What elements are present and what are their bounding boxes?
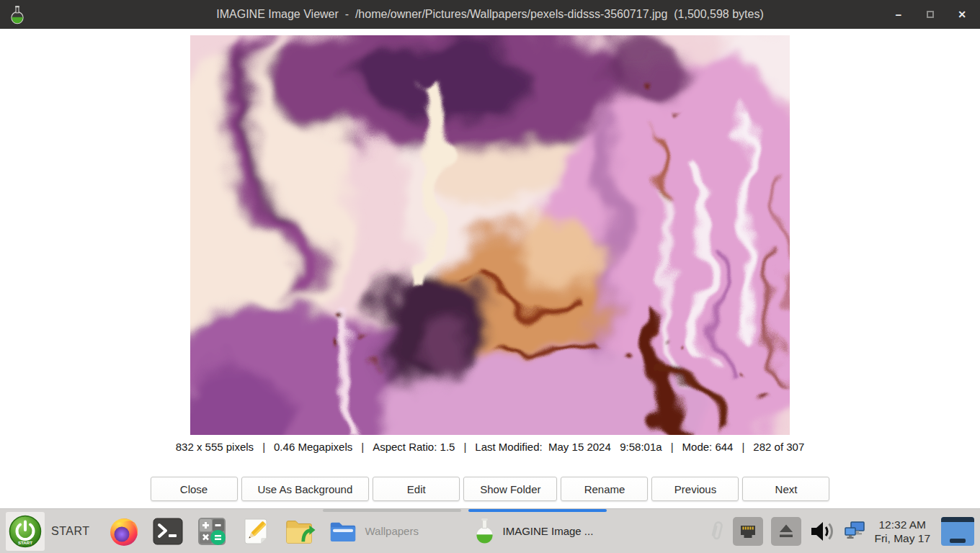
firefox-launcher[interactable] [108, 516, 140, 547]
terminal-launcher[interactable] [152, 516, 184, 547]
use-as-background-button[interactable]: Use As Background [241, 477, 370, 501]
action-button-row: Close Use As Background Edit Show Folder… [151, 477, 830, 501]
maximize-button[interactable] [922, 6, 938, 23]
meta-separator: | [671, 441, 674, 453]
task-list: Wallpapers IMAGINE Image ... [321, 509, 608, 553]
network-computers-icon[interactable] [843, 521, 866, 542]
previous-button[interactable]: Previous [651, 477, 739, 501]
meta-mode: Mode: 644 [682, 441, 734, 453]
clock-time: 12:32 AM [874, 518, 930, 531]
eject-button[interactable] [771, 517, 801, 546]
taskbar: START START [0, 508, 980, 553]
meta-position-count: 282 of 307 [753, 441, 804, 453]
clock[interactable]: 12:32 AM Fri, May 17 [874, 518, 930, 545]
network-port-button[interactable] [733, 517, 763, 546]
firefox-icon [108, 516, 140, 547]
meta-aspect-ratio: Aspect Ratio: 1.5 [373, 441, 455, 453]
text-editor-launcher[interactable] [240, 516, 272, 547]
show-desktop-button[interactable] [941, 517, 974, 546]
wallpaper-image [190, 35, 790, 435]
start-label: START [51, 525, 89, 538]
meta-dimensions: 832 x 555 pixels [176, 441, 254, 453]
desktop-icon-dock-bar [950, 539, 966, 543]
meta-separator: | [361, 441, 364, 453]
folder-green-arrow-icon [284, 516, 316, 547]
meta-separator: | [262, 441, 265, 453]
paperclip-icon[interactable] [709, 518, 725, 544]
task-label: Wallpapers [365, 525, 418, 537]
viewer-content: 832 x 555 pixels | 0.46 Megapixels | Asp… [0, 29, 980, 508]
active-task-indicator [468, 509, 607, 512]
system-tray: 12:32 AM Fri, May 17 [709, 517, 974, 546]
flask-icon [474, 517, 495, 545]
show-folder-button[interactable]: Show Folder [463, 477, 557, 501]
minimize-button[interactable]: − [891, 6, 906, 23]
eject-icon [775, 521, 797, 542]
start-button[interactable]: START START [6, 512, 89, 551]
titlebar[interactable]: IMAGINE Image Viewer - /home/owner/Pictu… [0, 0, 980, 29]
maximize-icon [927, 11, 934, 18]
power-icon: START [9, 515, 42, 548]
task-wallpapers[interactable]: Wallpapers [321, 509, 463, 553]
meta-separator: | [463, 441, 466, 453]
meta-separator: | [741, 441, 744, 453]
close-button[interactable]: Close [151, 477, 238, 501]
desktop-icon-top-bar [941, 517, 974, 522]
close-window-button[interactable]: ✕ [954, 6, 970, 23]
terminal-icon [152, 516, 184, 547]
notepad-pencil-icon [240, 516, 272, 547]
inactive-task-indicator [323, 509, 461, 512]
clock-date: Fri, May 17 [874, 531, 930, 545]
image-metadata: 832 x 555 pixels | 0.46 Megapixels | Asp… [176, 439, 805, 454]
meta-last-modified: Last Modified: May 15 2024 9:58:01a [475, 441, 662, 453]
task-label: IMAGINE Image ... [502, 525, 593, 537]
ethernet-icon [737, 521, 759, 542]
rename-button[interactable]: Rename [561, 477, 648, 501]
volume-icon[interactable] [809, 519, 835, 544]
edit-button[interactable]: Edit [373, 477, 460, 501]
quick-launch-area [108, 516, 316, 547]
start-icon-text: START [18, 539, 32, 544]
blue-folder-icon [329, 518, 357, 545]
viewer-window: IMAGINE Image Viewer - /home/owner/Pictu… [0, 0, 980, 508]
start-button-tile: START [6, 512, 45, 551]
desktop: IMAGINE Image Viewer - /home/owner/Pictu… [0, 0, 980, 553]
shared-folder-launcher[interactable] [284, 516, 316, 547]
task-imagine-viewer[interactable]: IMAGINE Image ... [467, 509, 608, 553]
window-title: IMAGINE Image Viewer - /home/owner/Pictu… [0, 8, 980, 21]
next-button[interactable]: Next [742, 477, 829, 501]
calculator-launcher[interactable] [196, 516, 228, 547]
flask-app-icon [10, 5, 24, 24]
window-controls: − ✕ [891, 0, 970, 29]
calculator-icon [196, 516, 228, 547]
meta-megapixels: 0.46 Megapixels [274, 441, 352, 453]
